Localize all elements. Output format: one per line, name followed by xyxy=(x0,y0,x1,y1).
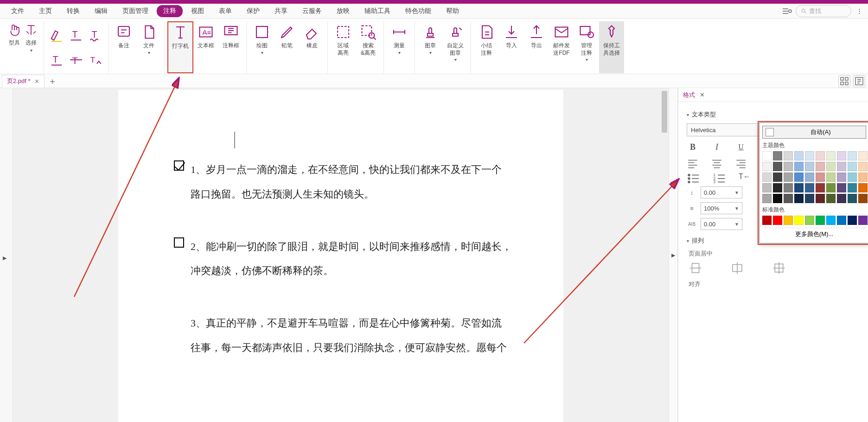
center-v-button[interactable] xyxy=(730,262,744,274)
section-text-type[interactable]: 文本类型 xyxy=(687,110,860,119)
color-cell[interactable] xyxy=(794,194,804,203)
color-cell[interactable] xyxy=(762,162,772,171)
highlight-tool[interactable] xyxy=(49,27,64,43)
color-cell[interactable] xyxy=(794,151,804,160)
view-grid-button[interactable] xyxy=(838,75,850,87)
color-cell[interactable] xyxy=(826,194,836,203)
indent-left-button[interactable]: T← xyxy=(739,173,751,181)
view-reflow-button[interactable] xyxy=(853,75,865,87)
center-h-button[interactable] xyxy=(689,262,702,274)
keeptool-button[interactable]: 保持工 具选择 xyxy=(599,21,624,73)
area-highlight-button[interactable]: 区域 高亮 xyxy=(331,21,356,73)
eraser-button[interactable]: 橡皮 xyxy=(300,21,325,73)
color-cell[interactable] xyxy=(773,173,782,182)
measure-button[interactable]: 测量 ▾ xyxy=(387,21,412,73)
align-left-button[interactable] xyxy=(687,158,699,167)
color-cell[interactable] xyxy=(858,173,868,182)
color-cell[interactable] xyxy=(816,216,825,225)
menu-edit[interactable]: 编辑 xyxy=(88,5,114,17)
color-cell[interactable] xyxy=(762,173,772,182)
color-cell[interactable] xyxy=(848,151,857,160)
menu-share[interactable]: 共享 xyxy=(268,5,294,17)
search-input[interactable]: 查找 xyxy=(796,5,851,17)
menu-file[interactable]: 文件 xyxy=(5,5,31,17)
number-list-button[interactable]: 123 xyxy=(713,172,727,182)
auto-color-button[interactable]: 自动(A) xyxy=(762,126,866,139)
color-cell[interactable] xyxy=(816,194,825,203)
color-cell[interactable] xyxy=(773,183,782,192)
color-cell[interactable] xyxy=(816,162,825,171)
align-right-button[interactable] xyxy=(735,158,747,167)
color-cell[interactable] xyxy=(762,216,772,225)
checkbox-1[interactable] xyxy=(174,160,184,171)
stamp-button[interactable]: 图章 ▾ xyxy=(418,21,443,73)
color-cell[interactable] xyxy=(848,194,857,203)
color-cell[interactable] xyxy=(816,173,825,182)
search-highlight-button[interactable]: 搜索 &高亮 xyxy=(356,21,381,73)
color-cell[interactable] xyxy=(816,183,825,192)
menu-view[interactable]: 视图 xyxy=(185,5,211,17)
menu-help[interactable]: 帮助 xyxy=(440,5,466,17)
squiggle-tool[interactable]: T xyxy=(88,27,103,43)
custom-stamp-button[interactable]: 自定义 图章 ▾ xyxy=(443,21,468,73)
color-cell[interactable] xyxy=(784,162,793,171)
bold-button[interactable]: B xyxy=(687,141,699,153)
menu-present[interactable]: 放映 xyxy=(330,5,356,17)
color-cell[interactable] xyxy=(858,151,868,160)
color-cell[interactable] xyxy=(794,216,804,225)
summarize-button[interactable]: 小结 注释 xyxy=(474,21,499,73)
menu-form[interactable]: 表单 xyxy=(212,5,238,17)
color-cell[interactable] xyxy=(826,183,836,192)
document-tab[interactable]: 页2.pdf * ✕ xyxy=(2,75,45,88)
color-cell[interactable] xyxy=(858,162,868,171)
fileattach-button[interactable]: 文件 ▾ xyxy=(136,21,161,73)
color-cell[interactable] xyxy=(805,151,814,160)
underline-tool[interactable]: T xyxy=(68,27,84,43)
color-cell[interactable] xyxy=(848,173,857,182)
color-cell[interactable] xyxy=(762,183,772,192)
color-cell[interactable] xyxy=(794,173,804,182)
kebab-icon[interactable]: ⋮ xyxy=(855,6,863,17)
scrollbar-thumb[interactable] xyxy=(662,91,667,133)
typewriter-button[interactable]: 打字机 xyxy=(167,21,193,73)
color-cell[interactable] xyxy=(773,194,782,203)
color-cell[interactable] xyxy=(858,216,868,225)
color-cell[interactable] xyxy=(805,173,814,182)
color-cell[interactable] xyxy=(794,162,804,171)
left-nav-collapsed[interactable]: ▶ xyxy=(0,88,13,422)
color-cell[interactable] xyxy=(848,183,857,192)
menu-home[interactable]: 主页 xyxy=(32,5,58,17)
char-spacing-input[interactable]: 100%▼ xyxy=(701,202,742,214)
underline-button[interactable]: U xyxy=(735,141,747,153)
color-cell[interactable] xyxy=(805,162,814,171)
color-cell[interactable] xyxy=(805,216,814,225)
center-both-button[interactable] xyxy=(772,262,786,274)
more-colors-button[interactable]: 更多颜色(M)... xyxy=(762,228,866,240)
color-cell[interactable] xyxy=(837,162,846,171)
color-cell[interactable] xyxy=(858,194,868,203)
tab-close-icon[interactable]: ✕ xyxy=(34,78,39,85)
menu-protect[interactable]: 保护 xyxy=(240,5,266,17)
expand-left-icon[interactable]: ▶ xyxy=(3,255,6,261)
color-cell[interactable] xyxy=(784,151,793,160)
color-cell[interactable] xyxy=(837,173,846,182)
import-button[interactable]: 导入 xyxy=(499,21,524,73)
color-cell[interactable] xyxy=(848,216,857,225)
color-cell[interactable] xyxy=(784,183,793,192)
ribbon-hand-select[interactable]: 型具 选择 ▾ xyxy=(5,21,41,73)
scale-input[interactable]: 0.00▼ xyxy=(701,218,742,230)
color-cell[interactable] xyxy=(826,173,836,182)
menu-annotate[interactable]: 注释 xyxy=(157,5,183,17)
color-cell[interactable] xyxy=(837,151,846,160)
color-cell[interactable] xyxy=(837,183,846,192)
color-cell[interactable] xyxy=(762,194,772,203)
line-spacing-input[interactable]: 0.00▼ xyxy=(701,186,742,198)
color-cell[interactable] xyxy=(773,151,782,160)
menu-convert[interactable]: 转换 xyxy=(60,5,86,17)
checkbox-2[interactable] xyxy=(174,237,184,248)
menu-pagemgmt[interactable]: 页面管理 xyxy=(116,5,155,17)
callout-button[interactable]: 注释框 xyxy=(218,21,243,73)
color-cell[interactable] xyxy=(816,151,825,160)
menu-cloud[interactable]: 云服务 xyxy=(296,5,328,17)
color-cell[interactable] xyxy=(826,162,836,171)
